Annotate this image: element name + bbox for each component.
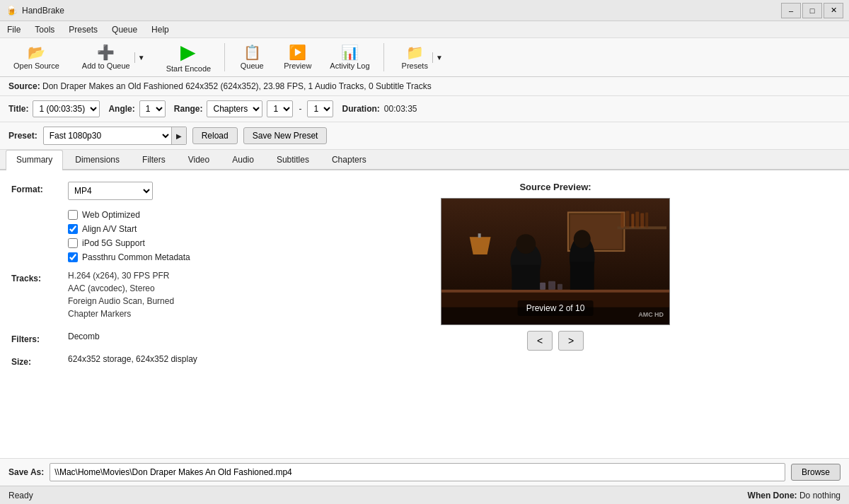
preview-overlay: Preview 2 of 10 (518, 300, 594, 316)
saveas-label: Save As: (8, 467, 44, 477)
activity-log-button[interactable]: 📊 Activity Log (322, 42, 377, 74)
tab-chapters[interactable]: Chapters (321, 150, 377, 169)
preview-prev-button[interactable]: < (527, 331, 553, 351)
duration-value: 00:03:35 (384, 104, 417, 114)
source-info: Don Draper Makes an Old Fashioned 624x35… (42, 81, 432, 91)
open-source-icon: 📂 (28, 45, 45, 59)
preset-select-wrap: Fast 1080p30 ▶ (43, 127, 187, 145)
track-1: H.264 (x264), 30 FPS PFR (68, 271, 273, 281)
format-select[interactable]: MP4 (68, 182, 153, 200)
preview-image: AMC HD Preview 2 of 10 (441, 198, 670, 325)
svg-rect-18 (558, 284, 562, 290)
web-optimized-label: Web Optimized (82, 210, 140, 220)
toolbar: 📂 Open Source ➕ Add to Queue ▼ ▶ Start E… (0, 38, 849, 77)
ipod-row: iPod 5G Support (68, 238, 273, 248)
passthru-checkbox[interactable] (68, 252, 78, 262)
menubar: File Tools Presets Queue Help (0, 21, 849, 38)
web-optimized-row: Web Optimized (68, 210, 273, 220)
titlebar-controls: – □ ✕ (781, 3, 843, 18)
source-bar: Source: Don Draper Makes an Old Fashione… (0, 77, 849, 96)
menu-tools[interactable]: Tools (28, 23, 62, 36)
range-type-select[interactable]: Chapters (207, 100, 262, 117)
presets-arrow[interactable]: ▼ (432, 52, 446, 63)
tab-audio[interactable]: Audio (221, 150, 265, 169)
svg-rect-17 (548, 281, 555, 290)
title-select[interactable]: 1 (00:03:35) (33, 100, 100, 117)
range-from-select[interactable]: 1 (267, 100, 293, 117)
titlebar: 🍺 HandBrake – □ ✕ (0, 0, 849, 21)
tab-filters[interactable]: Filters (132, 150, 176, 169)
menu-file[interactable]: File (0, 23, 28, 36)
status-text: Ready (8, 491, 33, 500)
preview-next-button[interactable]: > (558, 331, 584, 351)
maximize-button[interactable]: □ (802, 3, 822, 18)
when-done: When Done: Do nothing (748, 491, 841, 500)
add-to-queue-arrow[interactable]: ▼ (134, 52, 148, 63)
svg-rect-22 (631, 213, 634, 228)
size-label: Size: (11, 354, 68, 367)
ipod-checkbox[interactable] (68, 238, 78, 248)
preset-select[interactable]: Fast 1080p30 (44, 127, 171, 144)
open-source-button[interactable]: 📂 Open Source (6, 42, 67, 74)
duration-label: Duration: (342, 104, 379, 114)
svg-rect-12 (512, 265, 540, 290)
tab-content: Format: MP4 Web Optimized Align A/V Star… (0, 170, 849, 458)
svg-point-11 (516, 234, 536, 254)
app-title: HandBrake (22, 6, 64, 16)
svg-text:AMC HD: AMC HD (638, 311, 664, 318)
preview-icon: ▶️ (289, 45, 306, 59)
web-optimized-checkbox[interactable] (68, 210, 78, 220)
add-to-queue-button[interactable]: ➕ Add to Queue ▼ (70, 39, 156, 76)
tracks-row: Tracks: H.264 (x264), 30 FPS PFR AAC (av… (11, 271, 273, 322)
preview-button[interactable]: ▶️ Preview (276, 42, 319, 74)
svg-rect-15 (570, 262, 594, 290)
svg-rect-21 (625, 211, 629, 228)
start-encode-button[interactable]: ▶ Start Encode (158, 39, 219, 76)
size-value: 624x352 storage, 624x352 display (68, 354, 273, 364)
ipod-label: iPod 5G Support (82, 238, 145, 248)
save-new-preset-button[interactable]: Save New Preset (243, 127, 328, 144)
tab-subtitles[interactable]: Subtitles (266, 150, 320, 169)
tracks-label: Tracks: (11, 271, 68, 283)
queue-button[interactable]: 📋 Queue (231, 42, 273, 74)
title-group: Title: 1 (00:03:35) (8, 100, 100, 117)
preset-row: Preset: Fast 1080p30 ▶ Reload Save New P… (0, 122, 849, 150)
angle-group: Angle: 1 (108, 100, 165, 117)
toolbar-separator2 (383, 43, 384, 71)
svg-point-14 (574, 230, 591, 248)
filters-value: Decomb (68, 332, 273, 341)
reload-button[interactable]: Reload (192, 127, 238, 144)
start-encode-icon: ▶ (180, 42, 196, 62)
browse-button[interactable]: Browse (791, 464, 841, 481)
tab-dimensions[interactable]: Dimensions (64, 150, 130, 169)
presets-icon: 📁 (406, 45, 424, 59)
menu-presets[interactable]: Presets (62, 23, 105, 36)
svg-rect-9 (478, 233, 481, 238)
add-to-queue-icon: ➕ (97, 45, 115, 59)
angle-select[interactable]: 1 (139, 100, 166, 117)
minimize-button[interactable]: – (781, 3, 801, 18)
left-panel: Format: MP4 Web Optimized Align A/V Star… (11, 182, 273, 447)
tabs: Summary Dimensions Filters Video Audio S… (0, 150, 849, 170)
tab-summary[interactable]: Summary (6, 150, 63, 170)
tracks-list: H.264 (x264), 30 FPS PFR AAC (avcodec), … (68, 271, 273, 322)
saveas-bar: Save As: Browse (0, 458, 849, 486)
range-to-select[interactable]: 1 (307, 100, 333, 117)
menu-queue[interactable]: Queue (105, 23, 144, 36)
svg-marker-8 (470, 237, 491, 254)
preview-nav: < > (527, 331, 584, 351)
align-av-checkbox[interactable] (68, 224, 78, 234)
passthru-label: Passthru Common Metadata (82, 252, 190, 262)
activity-log-icon: 📊 (341, 45, 359, 59)
align-av-row: Align A/V Start (68, 224, 273, 234)
tab-video[interactable]: Video (178, 150, 220, 169)
saveas-input[interactable] (50, 463, 785, 481)
close-button[interactable]: ✕ (824, 3, 843, 18)
presets-button[interactable]: 📁 Presets ▼ (390, 39, 454, 76)
app-logo: 🍺 (6, 5, 18, 16)
menu-help[interactable]: Help (144, 23, 176, 36)
track-3: Foreign Audio Scan, Burned (68, 296, 273, 306)
preset-arrow-button[interactable]: ▶ (171, 127, 186, 144)
size-row: Size: 624x352 storage, 624x352 display (11, 354, 273, 367)
source-preview-label: Source Preview: (519, 182, 591, 192)
